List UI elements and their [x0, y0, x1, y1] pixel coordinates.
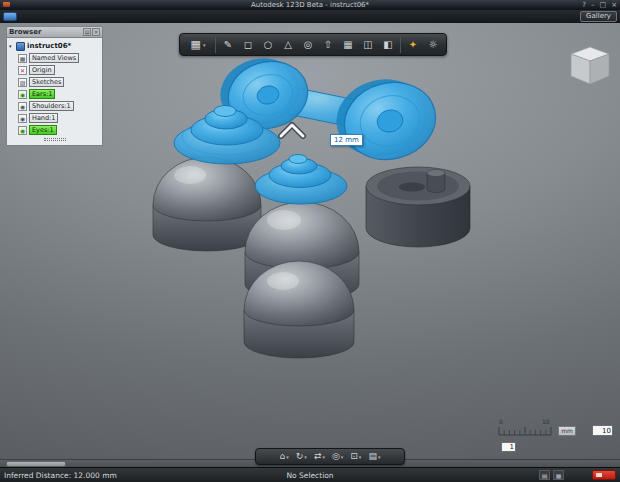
tree-item-shoulders[interactable]: ◉ Shoulders:1	[18, 100, 100, 112]
chevron-down-icon[interactable]: ▾	[9, 43, 14, 49]
tree-item-label: Shoulders:1	[29, 101, 74, 111]
cone-icon[interactable]: △	[278, 34, 298, 55]
tree-item-ears[interactable]: ◉ Ears:1	[18, 88, 100, 100]
navigation-toolbar: ⌂ ▾ ↻ ▾ ⇄ ▾ ◎ ▾ ⊡ ▾ ▤ ▾	[255, 448, 405, 465]
chevron-down-icon: ▾	[341, 454, 344, 460]
grid-spacing-input[interactable]	[592, 425, 613, 436]
tree-root-label: instruct06*	[27, 42, 71, 50]
modeling-toolbar: ▦ ▾ ✎ ◻ ○ △ ◎ ⇧ ▦ ◫ ◧ ✦ ☼	[179, 33, 447, 56]
browser-close-button[interactable]: ✕	[92, 28, 100, 36]
grid-subdivision-input[interactable]	[501, 442, 516, 452]
model-right-cylinder[interactable]	[366, 167, 470, 247]
measurement-tooltip: 12 mm	[330, 134, 363, 146]
sketch-icon[interactable]: ✎	[218, 34, 238, 55]
combine-icon[interactable]: ◧	[378, 34, 398, 55]
move-arrow-manipulator[interactable]	[281, 125, 303, 136]
selected-part-right-wheel[interactable]	[328, 68, 444, 171]
gallery-button[interactable]: Gallery	[580, 11, 617, 22]
display-settings-button[interactable]: ▤ ▾	[365, 449, 383, 464]
orbit-icon: ↻	[296, 449, 304, 464]
tree-item-label: Sketches	[29, 77, 64, 87]
browser-tree: ▾ instruct06* ▦ Named Views ✕ Origin ▨ S…	[6, 38, 103, 146]
grid-toggle-icon[interactable]: ▦	[553, 470, 564, 480]
chevron-down-icon: ▾	[378, 454, 381, 460]
panel-resize-grip[interactable]	[44, 138, 66, 141]
chevron-down-icon: ▾	[286, 454, 289, 460]
app-menu-icon[interactable]	[3, 12, 17, 21]
browser-header: Browser ▤ ✕	[6, 26, 103, 38]
primitives-menu-button[interactable]: ▦ ▾	[183, 34, 213, 55]
tree-item-label: Named Views	[29, 53, 79, 63]
menu-strip: Gallery	[0, 10, 620, 23]
tree-item-label: Origin	[29, 65, 55, 75]
tree-item-named-views[interactable]: ▦ Named Views	[18, 52, 100, 64]
named-views-icon[interactable]: ▦	[18, 54, 27, 63]
visibility-icon[interactable]: ◉	[18, 114, 27, 123]
tree-item-label: Ears:1	[29, 89, 55, 99]
zoom-button[interactable]: ◎ ▾	[329, 449, 346, 464]
view-cube[interactable]	[568, 43, 612, 89]
window-controls: ? – □ ×	[582, 0, 617, 10]
pan-icon: ⇄	[314, 449, 322, 464]
chevron-down-icon: ▾	[304, 454, 307, 460]
pattern-icon[interactable]: ▦	[338, 34, 358, 55]
chevron-down-icon: ▾	[322, 454, 325, 460]
status-message: Inferred Distance: 12.000 mm	[4, 471, 117, 480]
tree-root-row[interactable]: ▾ instruct06*	[9, 40, 100, 52]
record-glyph	[596, 473, 602, 477]
display-mode-icon[interactable]: ▤	[539, 470, 550, 480]
app-window: Autodesk 123D Beta - instruct06* ? – □ ×…	[0, 0, 620, 482]
document-icon	[16, 42, 25, 51]
title-bar: Autodesk 123D Beta - instruct06* ? – □ ×	[0, 0, 620, 10]
ruler-end-label: 10	[542, 418, 550, 425]
torus-icon[interactable]: ◎	[298, 34, 318, 55]
model-left-dome[interactable]	[153, 157, 261, 251]
tree-item-sketches[interactable]: ▨ Sketches	[18, 76, 100, 88]
visibility-icon[interactable]: ◉	[18, 126, 27, 135]
selected-part-center-ear[interactable]	[255, 155, 347, 205]
tree-item-hand[interactable]: ◉ Hand:1	[18, 112, 100, 124]
orbit-button[interactable]: ↻ ▾	[293, 449, 310, 464]
sphere-icon[interactable]: ○	[258, 34, 278, 55]
fit-view-button[interactable]: ⊡ ▾	[347, 449, 364, 464]
viewport[interactable]: ▦ ▾ ✎ ◻ ○ △ ◎ ⇧ ▦ ◫ ◧ ✦ ☼ Browser	[0, 23, 620, 459]
display-settings-icon: ▤	[368, 449, 377, 464]
app-icon	[3, 2, 10, 7]
model-front-dome[interactable]	[244, 261, 354, 358]
unit-dropdown[interactable]: mm	[558, 426, 576, 436]
box-icon[interactable]: ◻	[238, 34, 258, 55]
selection-status: No Selection	[286, 471, 333, 480]
origin-icon[interactable]: ✕	[18, 66, 27, 75]
chevron-down-icon: ▾	[203, 42, 206, 48]
minimize-button[interactable]: –	[591, 0, 595, 10]
primitives-grid-icon: ▦	[191, 34, 201, 55]
maximize-button[interactable]: □	[600, 0, 607, 10]
chevron-down-icon: ▾	[359, 454, 362, 460]
material-icon[interactable]: ✦	[403, 34, 423, 55]
browser-title: Browser	[9, 28, 41, 36]
mirror-icon[interactable]: ◫	[358, 34, 378, 55]
browser-panel: Browser ▤ ✕ ▾ instruct06* ▦ Named Views …	[6, 26, 103, 146]
sketches-icon[interactable]: ▨	[18, 78, 27, 87]
help-button[interactable]: ?	[582, 0, 586, 10]
pan-button[interactable]: ⇄ ▾	[311, 449, 328, 464]
ruler-start-label: 0	[499, 418, 503, 425]
toolbar-separator	[215, 37, 216, 53]
zoom-icon: ◎	[332, 449, 340, 464]
ruler-ticks	[498, 425, 554, 437]
status-bar: Inferred Distance: 12.000 mm No Selectio…	[0, 467, 620, 482]
fit-view-icon: ⊡	[350, 449, 358, 464]
extrude-icon[interactable]: ⇧	[318, 34, 338, 55]
home-view-button[interactable]: ⌂ ▾	[277, 449, 292, 464]
home-view-icon: ⌂	[280, 449, 286, 464]
tree-item-eyes[interactable]: ◉ Eyes:1	[18, 124, 100, 136]
visibility-icon[interactable]: ◉	[18, 90, 27, 99]
window-title: Autodesk 123D Beta - instruct06*	[251, 0, 369, 10]
browser-menu-button[interactable]: ▤	[83, 28, 91, 36]
tree-item-origin[interactable]: ✕ Origin	[18, 64, 100, 76]
close-button[interactable]: ×	[611, 0, 617, 10]
settings-icon[interactable]: ☼	[423, 34, 443, 55]
record-button[interactable]	[592, 470, 616, 480]
tree-item-label: Eyes:1	[29, 125, 57, 135]
visibility-icon[interactable]: ◉	[18, 102, 27, 111]
